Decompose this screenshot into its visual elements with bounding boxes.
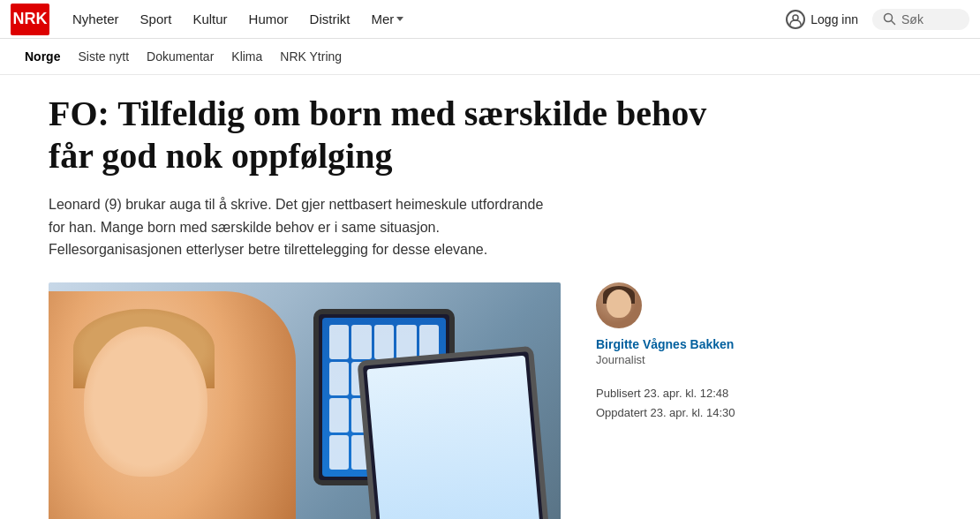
article-body: Birgitte Vågnes Bakken Journalist Publis… [49, 282, 931, 519]
published-label: Publisert 23. apr. kl. 12:48 [596, 384, 735, 403]
author-block: Birgitte Vågnes Bakken Journalist Publis… [596, 282, 931, 423]
sub-nav: Norge Siste nytt Dokumentar Klima NRK Yt… [0, 39, 980, 75]
nav-mer[interactable]: Mer [362, 6, 412, 32]
nrk-logo[interactable]: NRK [11, 4, 49, 35]
nav-sport[interactable]: Sport [132, 6, 181, 32]
nav-right: Logg inn Søk [786, 9, 969, 30]
author-role: Journalist [596, 353, 645, 366]
publish-info: Publisert 23. apr. kl. 12:48 Oppdatert 2… [596, 384, 735, 423]
article-title: FO: Tilfeldig om born med særskilde beho… [49, 93, 711, 177]
search-label: Søk [901, 12, 923, 26]
photo-tablet2 [357, 346, 552, 519]
logg-inn-label: Logg inn [810, 12, 858, 26]
avatar [596, 282, 642, 328]
avatar-face [607, 290, 631, 318]
article-lead: Leonard (9) brukar auga til å skrive. De… [49, 193, 561, 261]
subnav-norge[interactable]: Norge [18, 46, 67, 67]
author-name[interactable]: Birgitte Vågnes Bakken [596, 337, 734, 351]
search-icon [883, 12, 896, 26]
subnav-siste-nytt[interactable]: Siste nytt [71, 46, 136, 67]
logg-inn-button[interactable]: Logg inn [786, 10, 858, 29]
subnav-ytring[interactable]: NRK Ytring [273, 46, 349, 67]
nav-links: Nyheter Sport Kultur Humor Distrikt Mer [64, 6, 786, 32]
article-sidebar: Birgitte Vågnes Bakken Journalist Publis… [596, 282, 931, 423]
tablet2-screen [366, 355, 542, 519]
svg-point-0 [793, 15, 798, 20]
chevron-down-icon [396, 17, 403, 21]
top-nav: NRK Nyheter Sport Kultur Humor Distrikt … [0, 0, 980, 39]
nav-nyheter[interactable]: Nyheter [64, 6, 128, 32]
subnav-klima[interactable]: Klima [224, 46, 269, 67]
subnav-dokumentar[interactable]: Dokumentar [139, 46, 221, 67]
user-icon [786, 10, 805, 29]
nav-humor[interactable]: Humor [240, 6, 298, 32]
updated-label: Oppdatert 23. apr. kl. 14:30 [596, 403, 735, 423]
article-main: FO: Tilfeldig om born med særskilde beho… [0, 75, 980, 519]
nav-distrikt[interactable]: Distrikt [301, 6, 359, 32]
nav-mer-label: Mer [371, 11, 394, 26]
photo-face [84, 327, 207, 477]
nav-kultur[interactable]: Kultur [184, 6, 236, 32]
search-box[interactable]: Søk [872, 9, 969, 30]
svg-line-2 [892, 21, 895, 25]
article-image [49, 282, 561, 519]
article-image-wrap [49, 282, 561, 519]
photo-child [49, 291, 296, 519]
